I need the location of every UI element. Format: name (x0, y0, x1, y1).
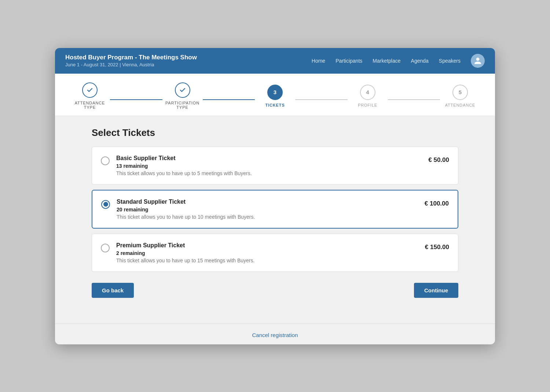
step-3-label: TICKETS (265, 103, 285, 107)
continue-button[interactable]: Continue (414, 283, 458, 298)
cancel-registration-link[interactable]: Cancel registration (252, 332, 298, 338)
step-3-circle: 3 (267, 85, 283, 100)
main-content: Select Tickets Basic Supplier Ticket 13 … (55, 115, 495, 313)
ticket-basic-remaining: 13 remaining (116, 163, 422, 169)
ticket-basic[interactable]: Basic Supplier Ticket 13 remaining This … (92, 147, 458, 185)
header-nav: Home Participants Marketplace Agenda Spe… (312, 54, 485, 68)
step-1-label: ATTENDANCETYPE (75, 101, 105, 110)
step-5-circle: 5 (452, 85, 468, 100)
step-2: PARTICIPATIONTYPE (162, 82, 203, 110)
ticket-premium-radio[interactable] (101, 244, 110, 252)
ticket-standard-name: Standard Supplier Ticket (117, 199, 418, 205)
step-4-label: PROFILE (358, 103, 377, 107)
connector-4-5 (388, 99, 440, 100)
app-window: Hosted Buyer Program - The Meetings Show… (55, 48, 495, 344)
ticket-standard[interactable]: Standard Supplier Ticket 20 remaining Th… (92, 190, 458, 229)
header: Hosted Buyer Program - The Meetings Show… (55, 48, 495, 74)
nav-agenda[interactable]: Agenda (411, 58, 429, 64)
footer-buttons: Go back Continue (92, 283, 458, 298)
step-5-label: ATTENDANCE (445, 103, 476, 107)
ticket-basic-name: Basic Supplier Ticket (116, 155, 422, 162)
go-back-button[interactable]: Go back (92, 283, 134, 298)
ticket-basic-radio[interactable] (101, 156, 110, 165)
step-2-circle (175, 82, 190, 98)
connector-2-3 (203, 99, 255, 100)
nav-marketplace[interactable]: Marketplace (373, 58, 400, 64)
step-1: ATTENDANCETYPE (70, 82, 110, 110)
nav-participants[interactable]: Participants (336, 58, 362, 64)
step-4: 4 PROFILE (348, 85, 388, 107)
section-title: Select Tickets (92, 127, 458, 138)
header-left: Hosted Buyer Program - The Meetings Show… (65, 54, 197, 67)
avatar[interactable] (471, 54, 485, 68)
step-1-circle (82, 82, 98, 98)
ticket-standard-remaining: 20 remaining (117, 207, 418, 212)
step-3: 3 TICKETS (255, 85, 295, 107)
ticket-standard-radio[interactable] (101, 200, 110, 209)
connector-3-4 (295, 99, 348, 100)
ticket-basic-info: Basic Supplier Ticket 13 remaining This … (116, 155, 422, 176)
cancel-section: Cancel registration (55, 323, 495, 344)
ticket-premium[interactable]: Premium Supplier Ticket 2 remaining This… (92, 234, 458, 272)
step-4-circle: 4 (360, 85, 375, 100)
ticket-standard-price: € 100.00 (425, 200, 449, 207)
ticket-standard-desc: This ticket allows you to have up to 10 … (117, 214, 418, 220)
ticket-basic-price: € 50.00 (428, 156, 449, 164)
connector-1-2 (110, 99, 162, 100)
ticket-premium-desc: This ticket allows you to have up to 15 … (116, 258, 418, 263)
step-2-label: PARTICIPATIONTYPE (165, 101, 199, 110)
step-5: 5 ATTENDANCE (440, 85, 480, 107)
ticket-premium-info: Premium Supplier Ticket 2 remaining This… (116, 242, 418, 263)
stepper: ATTENDANCETYPE PARTICIPATIONTYPE 3 TICKE… (55, 74, 495, 115)
header-subtitle: June 1 - August 31, 2022 | Vienna, Austr… (65, 62, 197, 67)
ticket-standard-info: Standard Supplier Ticket 20 remaining Th… (117, 199, 418, 220)
ticket-basic-desc: This ticket allows you to have up to 5 m… (116, 170, 422, 176)
ticket-premium-remaining: 2 remaining (116, 250, 418, 256)
ticket-premium-name: Premium Supplier Ticket (116, 242, 418, 249)
ticket-premium-price: € 150.00 (425, 244, 449, 251)
header-title: Hosted Buyer Program - The Meetings Show (65, 54, 197, 61)
nav-speakers[interactable]: Speakers (439, 58, 461, 64)
nav-home[interactable]: Home (312, 58, 325, 64)
